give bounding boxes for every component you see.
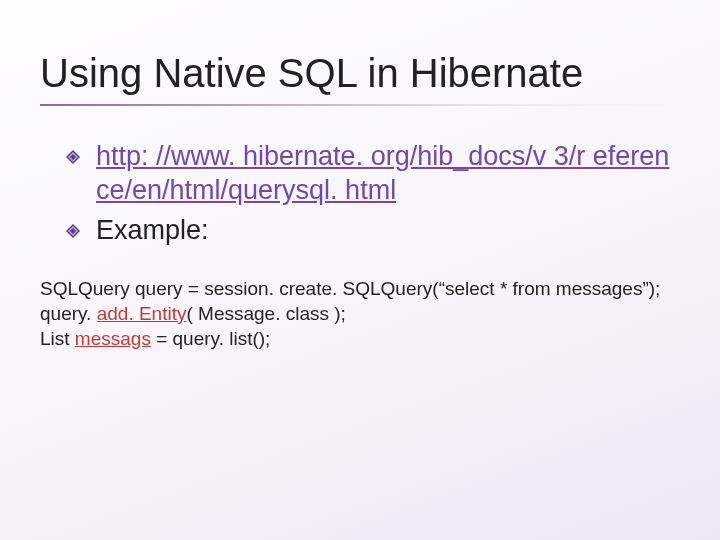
code-text: = query. list(); [151, 328, 270, 349]
code-text: ( Message. class ); [186, 303, 345, 324]
code-error-span: add. Entity [97, 303, 187, 324]
code-error-span: messags [75, 328, 151, 349]
bullet-item-example: Example: [96, 214, 680, 248]
code-block: SQLQuery query = session. create. SQLQue… [40, 277, 680, 351]
bullet-item-link: http: //www. hibernate. org/hib_docs/v 3… [96, 140, 680, 208]
bullet-text: Example: [96, 215, 209, 245]
code-text: List [40, 328, 75, 349]
code-text: SQLQuery query = session. create. SQLQue… [40, 278, 660, 299]
diamond-bullet-icon [66, 224, 80, 238]
code-line-3: List messags = query. list(); [40, 327, 680, 352]
slide-body: http: //www. hibernate. org/hib_docs/v 3… [40, 140, 680, 247]
reference-link[interactable]: http: //www. hibernate. org/hib_docs/v 3… [96, 141, 669, 205]
code-line-2: query. add. Entity( Message. class ); [40, 302, 680, 327]
code-line-1: SQLQuery query = session. create. SQLQue… [40, 277, 680, 302]
slide: Using Native SQL in Hibernate http: //ww… [0, 0, 720, 540]
code-text: query. [40, 303, 97, 324]
slide-title: Using Native SQL in Hibernate [40, 50, 680, 96]
diamond-bullet-icon [66, 150, 80, 164]
title-underline [40, 104, 680, 106]
